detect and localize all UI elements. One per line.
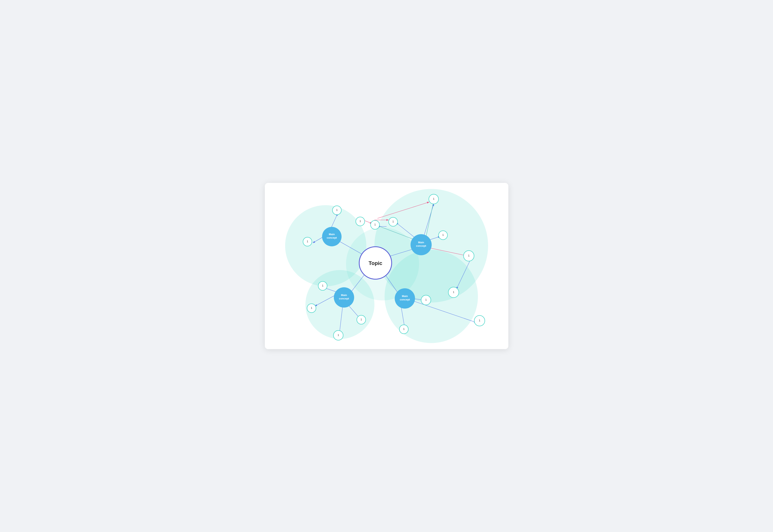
main-concept-1-label2: concept (327, 236, 337, 239)
sub-label-2: 1 (307, 240, 308, 243)
sub-label-15: 1 (403, 327, 404, 330)
sub-label-14: 1 (338, 334, 339, 337)
sub-label-12: 1 (311, 306, 312, 309)
topic-label: Topic (369, 260, 382, 266)
sub-label-3: 1 (359, 220, 361, 223)
main-concept-2-label2: concept (416, 244, 426, 247)
main-concept-4-label: Main (402, 295, 408, 298)
sub-label-8: 1 (468, 254, 469, 257)
sub-label-5: 1 (392, 220, 394, 223)
main-concept-3-label: Main (341, 294, 347, 297)
sub-label-4: 1 (374, 223, 376, 226)
sub-label-9: 1 (453, 291, 454, 294)
sub-label-10: 1 (479, 319, 480, 322)
sub-label-11: 1 (322, 284, 323, 287)
main-concept-2-label: Main (418, 241, 424, 244)
sub-label-6: 1 (433, 197, 434, 200)
main-concept-1-label: Main (329, 233, 335, 236)
sub-label-13: 1 (360, 318, 362, 321)
svg-line-11 (364, 220, 372, 223)
mindmap-card: Main concept Main concept Main concept M… (265, 183, 508, 349)
main-concept-3-label2: concept (339, 297, 349, 300)
sub-label-7: 1 (442, 233, 444, 236)
sub-label-16: 1 (425, 298, 427, 301)
sub-label-1: 1 (336, 208, 338, 211)
main-concept-4-label2: concept (400, 298, 410, 301)
